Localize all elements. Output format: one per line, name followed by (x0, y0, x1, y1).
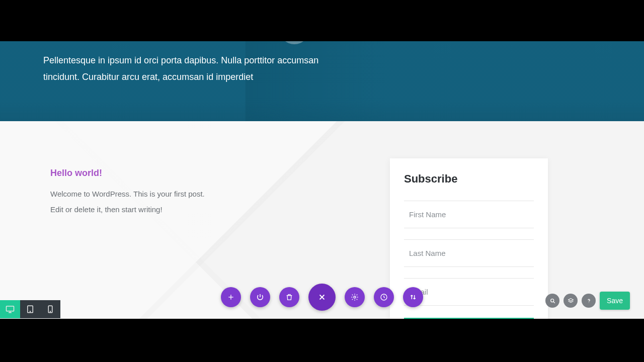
letterbox-bottom (0, 319, 644, 362)
svg-point-4 (50, 311, 50, 312)
first-name-field[interactable] (404, 201, 534, 228)
sort-button[interactable] (403, 287, 423, 307)
svg-rect-0 (7, 306, 14, 311)
add-button[interactable] (221, 287, 241, 307)
help-icon[interactable] (582, 294, 596, 308)
layers-icon[interactable] (564, 294, 578, 308)
save-button[interactable]: Save (600, 292, 630, 310)
last-name-field[interactable] (404, 239, 534, 267)
device-preview-switcher (0, 300, 60, 318)
close-button[interactable] (308, 284, 336, 311)
trash-button[interactable] (279, 287, 299, 307)
svg-point-7 (550, 299, 553, 302)
blog-post-excerpt: Hello world! Welcome to WordPress. This … (50, 168, 206, 218)
content-area: Hello world! Welcome to WordPress. This … (0, 121, 644, 319)
svg-point-8 (589, 302, 589, 303)
power-button[interactable] (250, 287, 270, 307)
settings-button[interactable] (345, 287, 365, 307)
desktop-view-button[interactable] (0, 300, 20, 318)
hero-paragraph: Pellentesque in ipsum id orci porta dapi… (43, 52, 325, 86)
post-title[interactable]: Hello world! (50, 168, 206, 178)
editor-viewport: Pellentesque in ipsum id orci porta dapi… (0, 41, 644, 319)
email-field[interactable] (404, 278, 534, 306)
subscribe-submit-button[interactable] (404, 318, 534, 319)
phone-view-button[interactable] (40, 300, 60, 318)
svg-point-5 (354, 296, 356, 298)
tablet-view-button[interactable] (20, 300, 40, 318)
letterbox-top (0, 0, 644, 41)
builder-action-bar (221, 284, 423, 311)
svg-point-2 (30, 311, 30, 312)
hero-avatar-cutoff (279, 41, 309, 44)
history-button[interactable] (374, 287, 394, 307)
subscribe-heading: Subscribe (404, 172, 534, 186)
post-body: Welcome to WordPress. This is your first… (50, 187, 206, 218)
zoom-icon[interactable] (545, 294, 559, 308)
hero-section: Pellentesque in ipsum id orci porta dapi… (0, 41, 644, 121)
right-utility-bar: Save (545, 292, 630, 310)
